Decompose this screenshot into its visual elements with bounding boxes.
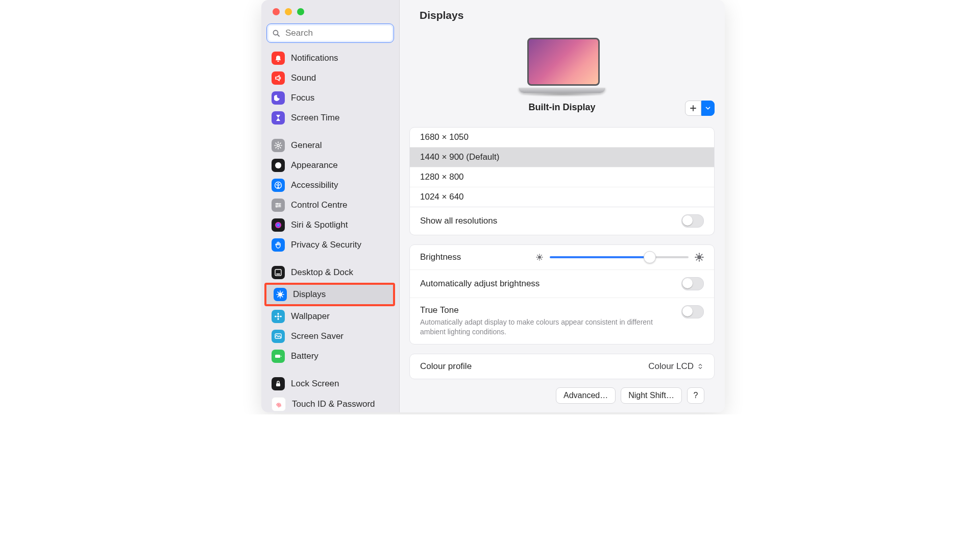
accessibility-icon [272, 179, 285, 192]
display-name: Built-in Display [528, 102, 595, 113]
screensaver-icon [272, 330, 285, 343]
sidebar-item-wallpaper[interactable]: Wallpaper [264, 307, 395, 326]
show-all-resolutions-row: Show all resolutions [410, 207, 714, 235]
bell-icon [272, 52, 285, 65]
auto-brightness-label: Automatically adjust brightness [420, 279, 540, 289]
sidebar-item-appearance[interactable]: Appearance [264, 156, 395, 175]
sidebar-item-label: Control Centre [291, 200, 348, 210]
page-title: Displays [420, 9, 725, 21]
sidebar-item-label: Battery [291, 351, 318, 361]
show-all-resolutions-toggle[interactable] [681, 214, 704, 228]
brightness-slider-thumb[interactable] [644, 251, 656, 263]
help-button[interactable]: ? [687, 387, 704, 404]
sliders-icon [272, 199, 285, 212]
display-preview: Built-in Display [399, 21, 725, 113]
sidebar-item-general[interactable]: General [264, 136, 395, 155]
sidebar-item-privacy-security[interactable]: Privacy & Security [264, 235, 395, 255]
sidebar-item-displays[interactable]: Displays [264, 283, 395, 306]
window-controls [261, 0, 399, 20]
resolution-option[interactable]: 1280 × 800 [410, 167, 714, 187]
sidebar-item-label: Privacy & Security [291, 240, 361, 250]
sidebar-item-battery[interactable]: Battery [264, 347, 395, 366]
sidebar-item-label: Displays [293, 289, 326, 300]
fullscreen-window-button[interactable] [297, 8, 304, 15]
sidebar-item-sound[interactable]: Sound [264, 68, 395, 88]
lock-icon [272, 377, 285, 390]
sidebar-item-desktop-dock[interactable]: Desktop & Dock [264, 263, 395, 282]
true-tone-description: Automatically adapt display to make colo… [420, 317, 665, 337]
search-icon [272, 29, 280, 37]
plus-icon [689, 104, 697, 112]
minimize-window-button[interactable] [285, 8, 292, 15]
show-all-resolutions-label: Show all resolutions [420, 216, 497, 226]
speaker-icon [272, 71, 285, 85]
resolution-list: 1680 × 10501440 × 900 (Default)1280 × 80… [409, 127, 715, 207]
resolution-option[interactable]: 1024 × 640 [410, 187, 714, 207]
close-window-button[interactable] [273, 8, 280, 15]
add-display-button[interactable] [685, 101, 701, 116]
sidebar-item-control-centre[interactable]: Control Centre [264, 195, 395, 215]
sidebar-item-screen-time[interactable]: Screen Time [264, 108, 395, 128]
sidebar-item-label: Desktop & Dock [291, 267, 353, 278]
sidebar-item-label: Touch ID & Password [292, 399, 375, 409]
sidebar-item-lock-screen[interactable]: Lock Screen [264, 374, 395, 393]
main-pane: Displays Built-in Display 1680 × 1050 [399, 0, 725, 412]
search-field[interactable] [266, 23, 394, 43]
true-tone-toggle[interactable] [681, 305, 704, 318]
sidebar-item-label: Screen Saver [291, 331, 344, 341]
sidebar-item-notifications[interactable]: Notifications [264, 48, 395, 68]
fingerprint-icon [272, 397, 286, 411]
sidebar-list[interactable]: NotificationsSoundFocusScreen TimeGenera… [261, 48, 399, 412]
sidebar-item-label: Siri & Spotlight [291, 220, 348, 230]
sidebar-item-label: Notifications [291, 53, 338, 63]
sidebar-item-label: Wallpaper [291, 311, 330, 322]
appearance-icon [272, 159, 285, 172]
sidebar-item-label: Focus [291, 93, 314, 103]
moon-icon [272, 91, 285, 105]
colour-profile-label: Colour profile [420, 361, 472, 372]
hourglass-icon [272, 111, 285, 125]
resolution-option[interactable]: 1440 × 900 (Default) [410, 147, 714, 167]
auto-brightness-row: Automatically adjust brightness [410, 269, 714, 298]
flower-icon [272, 310, 285, 323]
sidebar-item-accessibility[interactable]: Accessibility [264, 176, 395, 195]
chevron-down-icon [704, 105, 712, 112]
sidebar-item-label: Lock Screen [291, 379, 339, 389]
sidebar-item-label: Accessibility [291, 180, 338, 190]
colour-profile-select[interactable]: Colour LCD [648, 361, 704, 372]
search-input[interactable] [284, 28, 388, 39]
sidebar-item-siri-spotlight[interactable]: Siri & Spotlight [264, 215, 395, 235]
sidebar-item-label: Appearance [291, 160, 338, 170]
siri-icon [272, 218, 285, 232]
true-tone-row: True Tone Automatically adapt display to… [410, 298, 714, 344]
resolution-option[interactable]: 1680 × 1050 [410, 128, 714, 147]
brightness-label: Brightness [420, 252, 461, 262]
display-icon [274, 288, 287, 301]
laptop-icon [519, 38, 605, 93]
battery-icon [272, 350, 285, 363]
sidebar: NotificationsSoundFocusScreen TimeGenera… [261, 0, 400, 412]
system-settings-window: NotificationsSoundFocusScreen TimeGenera… [261, 0, 725, 412]
night-shift-button[interactable]: Night Shift… [621, 387, 682, 404]
colour-profile-value: Colour LCD [648, 361, 694, 372]
sidebar-item-focus[interactable]: Focus [264, 88, 395, 108]
true-tone-label: True Tone [420, 305, 665, 315]
hand-icon [272, 238, 285, 252]
brightness-row: Brightness [410, 245, 714, 269]
advanced-button[interactable]: Advanced… [556, 387, 616, 404]
sidebar-item-touch-id-password[interactable]: Touch ID & Password [264, 394, 395, 412]
sidebar-item-label: General [291, 140, 322, 151]
colour-profile-row: Colour profile Colour LCD [410, 354, 714, 379]
sidebar-item-label: Screen Time [291, 113, 339, 123]
updown-icon [697, 363, 704, 370]
sidebar-item-label: Sound [291, 73, 316, 83]
brightness-slider[interactable] [550, 256, 689, 258]
add-display-menu-button[interactable] [701, 101, 715, 116]
brightness-low-icon [535, 253, 544, 261]
dock-icon [272, 266, 285, 279]
auto-brightness-toggle[interactable] [681, 277, 704, 290]
sidebar-item-screen-saver[interactable]: Screen Saver [264, 327, 395, 346]
brightness-high-icon [695, 253, 704, 262]
gear-icon [272, 139, 285, 152]
